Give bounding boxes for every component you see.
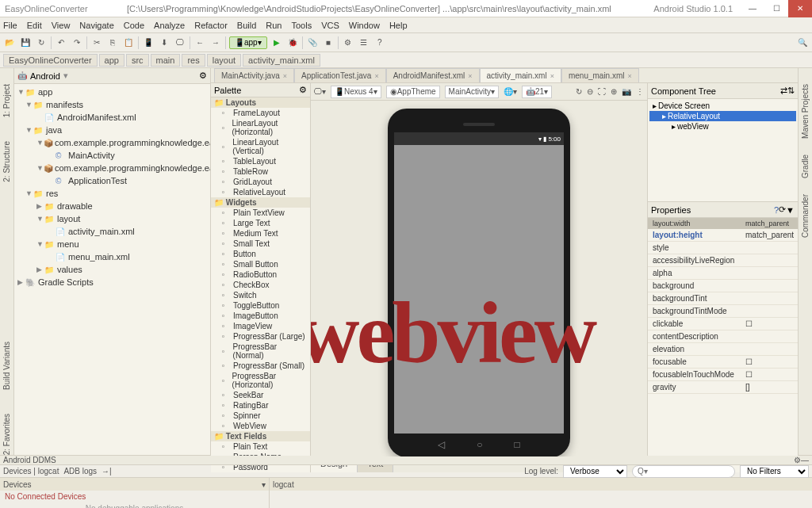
palette-item[interactable]: ▫LinearLayout (Horizontal) [211, 118, 310, 137]
palette-item[interactable]: ▫ProgressBar (Large) [211, 331, 310, 342]
property-row[interactable]: backgroundTintMode [648, 305, 798, 318]
component-tree[interactable]: ▸ Device Screen▸ RelativeLayout▸ webView [648, 99, 798, 201]
tree-item[interactable]: 📄menu_main.xml [14, 250, 210, 263]
palette-item[interactable]: ▫ProgressBar (Normal) [211, 342, 310, 361]
ddms-tab-adb[interactable]: ADB logs [63, 467, 97, 476]
tree-item[interactable]: ▶🐘Gradle Scripts [14, 276, 210, 288]
property-row[interactable]: contentDescription [648, 330, 798, 343]
menu-edit[interactable]: Edit [27, 21, 42, 30]
tab-favorites[interactable]: 2: Favorites [2, 414, 11, 455]
tree-item[interactable]: ▶📁values [14, 263, 210, 276]
tree-item[interactable]: ▶📁drawable [14, 200, 210, 212]
menu-refactor[interactable]: Refactor [194, 21, 228, 30]
menu-file[interactable]: File [3, 21, 17, 30]
property-row[interactable]: layout:heightmatch_parent [648, 229, 798, 242]
menu-run[interactable]: Run [266, 21, 282, 30]
palette-item[interactable]: ▫GridLayout [211, 177, 310, 187]
tree-item[interactable]: 📄activity_main.xml [14, 225, 210, 238]
editor-tab[interactable]: MainActivity.java× [214, 68, 294, 82]
locale-icon[interactable]: 🌐▾ [504, 87, 517, 96]
help-icon[interactable]: ? [373, 36, 386, 49]
palette-item[interactable]: ▫RelativeLayout [211, 187, 310, 197]
menu-window[interactable]: Window [349, 21, 380, 30]
ddms-gear-icon[interactable]: ⚙ [794, 456, 801, 464]
editor-tab[interactable]: activity_main.xml× [480, 68, 561, 82]
property-row[interactable]: focusable☐ [648, 356, 798, 369]
palette-item[interactable]: ▫ProgressBar (Small) [211, 361, 310, 371]
settings-icon[interactable]: ⚙ [342, 36, 354, 49]
palette-category[interactable]: 📁 Widgets [211, 197, 310, 208]
forward-icon[interactable]: → [209, 36, 222, 49]
run-config-selector[interactable]: 📱 app ▾ [229, 36, 267, 49]
tab-gradle[interactable]: Gradle [801, 155, 810, 178]
menu-vcs[interactable]: VCS [321, 21, 339, 30]
palette-item[interactable]: ▫Medium Text [211, 228, 310, 239]
palette-item[interactable]: ▫Plain TextView [211, 208, 310, 218]
crumb-layout[interactable]: layout [207, 54, 241, 67]
properties-table[interactable]: layout:widthmatch_parent layout:heightma… [648, 218, 798, 472]
crumb-file[interactable]: activity_main.xml [243, 54, 320, 67]
property-row[interactable]: focusableInTouchMode☐ [648, 369, 798, 381]
camera-icon[interactable]: 📷 [622, 87, 631, 96]
tab-structure[interactable]: 2: Structure [2, 141, 11, 182]
device-screen[interactable]: ▾ ▮ 5:00 [394, 132, 564, 434]
component-tree-item[interactable]: ▸ Device Screen [649, 101, 796, 111]
palette-item[interactable]: ▫ToggleButton [211, 300, 310, 311]
palette-gear-icon[interactable]: ⚙ [299, 85, 307, 95]
zoom-in-icon[interactable]: ⊕ [611, 87, 617, 96]
palette-item[interactable]: ▫LinearLayout (Vertical) [211, 137, 310, 156]
palette-item[interactable]: ▫ProgressBar (Horizontal) [211, 371, 310, 390]
activity-selector[interactable]: MainActivity ▾ [445, 86, 499, 98]
palette-item[interactable]: ▫ImageButton [211, 311, 310, 321]
tree-item[interactable]: ▼📁java [14, 124, 210, 136]
expand-icon[interactable]: ⇄ [780, 86, 787, 96]
menu-build[interactable]: Build [237, 21, 256, 30]
menu-code[interactable]: Code [124, 21, 144, 30]
tree-item[interactable]: ▼📁manifests [14, 98, 210, 111]
theme-selector[interactable]: ◉ AppTheme [386, 86, 440, 98]
palette-item[interactable]: ▫Large Text [211, 218, 310, 228]
run-icon[interactable]: ▶ [270, 36, 283, 49]
save-icon[interactable]: 💾 [19, 36, 32, 49]
close-button[interactable]: ✕ [788, 0, 812, 17]
avd-icon[interactable]: 📱 [142, 36, 155, 49]
menu-view[interactable]: View [52, 21, 71, 30]
cut-icon[interactable]: ✂ [90, 36, 103, 49]
debug-icon[interactable]: 🐞 [286, 36, 299, 49]
palette-item[interactable]: ▫CheckBox [211, 280, 310, 290]
project-panel-header[interactable]: 🤖 Android ▾ ⚙ [14, 68, 210, 84]
paste-icon[interactable]: 📋 [122, 36, 135, 49]
minimize-button[interactable]: — [741, 0, 764, 17]
palette-item[interactable]: ▫Spinner [211, 411, 310, 421]
palette-item[interactable]: ▫Switch [211, 290, 310, 300]
zoom-fit-icon[interactable]: ⛶ [598, 87, 606, 96]
tree-item[interactable]: ©MainActivity [14, 149, 210, 162]
tree-item[interactable]: ▼📁layout [14, 212, 210, 225]
attach-icon[interactable]: 📎 [306, 36, 319, 49]
overflow-icon[interactable]: ⋮ [636, 87, 644, 96]
orientation-icon[interactable]: 🖵▾ [314, 87, 326, 96]
tree-item[interactable]: ▼📦com.example.programmingknowledge.easyo… [14, 162, 210, 174]
log-level-select[interactable]: Verbose [563, 465, 627, 478]
sync-icon[interactable]: ↻ [35, 36, 48, 49]
editor-tab[interactable]: ApplicationTest.java× [294, 68, 386, 82]
crumb-res[interactable]: res [182, 54, 205, 67]
property-row[interactable]: elevation [648, 343, 798, 356]
menu-tools[interactable]: Tools [291, 21, 312, 30]
back-icon[interactable]: ← [193, 36, 206, 49]
tab-maven[interactable]: Maven Projects [801, 84, 810, 139]
logcat-search[interactable] [632, 465, 735, 478]
tree-item[interactable]: ▼📁menu [14, 238, 210, 250]
open-icon[interactable]: 📂 [3, 36, 16, 49]
crumb-main[interactable]: main [151, 54, 181, 67]
component-tree-item[interactable]: ▸ webView [649, 121, 796, 132]
menu-analyze[interactable]: Analyze [154, 21, 185, 30]
palette-item[interactable]: ▫TableRow [211, 166, 310, 177]
api-selector[interactable]: 🤖21▾ [522, 86, 552, 98]
palette-item[interactable]: ▫FrameLayout [211, 108, 310, 118]
copy-icon[interactable]: ⎘ [106, 36, 119, 49]
menu-navigate[interactable]: Navigate [79, 21, 113, 30]
palette-item[interactable]: ▫ImageView [211, 321, 310, 331]
redo-icon[interactable]: ↷ [71, 36, 83, 49]
revert-prop-icon[interactable]: ⟳ [779, 204, 786, 215]
